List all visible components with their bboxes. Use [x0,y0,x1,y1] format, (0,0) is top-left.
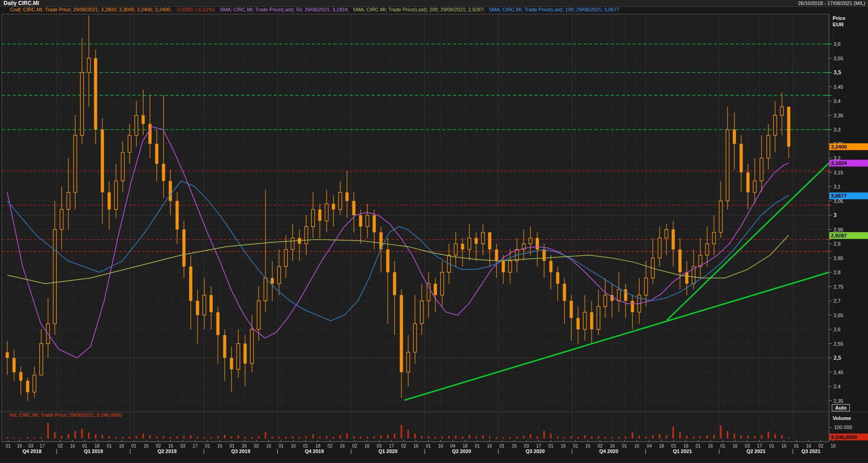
svg-text:2,35: 2,35 [834,398,843,404]
price-chart-canvas[interactable]: 2,352,42,452,52,552,62,652,72,752,82,852… [0,0,868,463]
svg-text:3,15: 3,15 [834,170,843,175]
svg-text:16: 16 [634,444,640,449]
svg-text:16: 16 [217,444,222,449]
svg-text:2,85: 2,85 [834,256,843,261]
svg-text:2,8: 2,8 [834,270,840,275]
price-legend-item-2[interactable]: SMA; CIRC.MI; Trade Price(Last); 50; 29/… [220,7,349,12]
svg-text:3,1: 3,1 [834,184,840,189]
svg-text:16: 16 [806,444,811,449]
svg-text:01: 01 [794,444,799,449]
quarter-label: Q1 2019 [84,449,103,454]
svg-text:18: 18 [94,444,100,449]
svg-text:01: 01 [229,444,235,449]
price-legend-item-4[interactable]: SMA; CIRC.MI; Trade Price(Last); 100; 29… [489,7,619,12]
quarter-label: Q3 2020 [526,449,545,454]
svg-text:16: 16 [340,444,345,449]
svg-text:17: 17 [193,444,198,449]
svg-text:16: 16 [144,444,149,449]
svg-text:16: 16 [830,444,836,449]
quarter-label: Q3 2021 [801,449,820,454]
svg-text:04: 04 [450,444,456,449]
svg-text:18: 18 [659,444,664,449]
svg-text:16: 16 [610,444,615,449]
chart-application-window: { "header": { "title": "Daily CIRC.MI", … [0,0,868,463]
quarter-label: Q2 2019 [158,449,177,454]
svg-text:02: 02 [58,444,63,449]
svg-text:16: 16 [266,444,271,449]
price-axis-header: Price EUR [833,15,845,28]
svg-text:01: 01 [303,444,309,449]
svg-text:01: 01 [769,444,775,449]
svg-text:01: 01 [720,444,726,449]
svg-text:16: 16 [241,444,247,449]
quarter-label: Q4 2019 [305,449,324,454]
svg-text:17: 17 [536,444,541,449]
svg-text:01: 01 [622,444,627,449]
quarter-label: Q1 2021 [673,449,692,454]
svg-text:01: 01 [475,444,480,449]
svg-text:16: 16 [70,444,75,449]
price-legend-item-1[interactable]: -0,0200; (-0,61%); [176,7,216,12]
time-axis[interactable]: 0116031702160118011801160216031701160116… [2,440,836,454]
svg-text:01: 01 [131,444,137,449]
svg-text:16: 16 [291,444,296,449]
svg-text:16: 16 [511,444,517,449]
svg-text:03: 03 [28,444,34,449]
svg-text:02: 02 [156,444,161,449]
svg-text:17: 17 [39,444,45,449]
svg-text:03: 03 [180,444,186,449]
price-legend-item-0[interactable]: Cndl; CIRC.MI; Trade Price; 29/06/2021; … [10,7,172,12]
date-range-label: 26/10/2018 - 17/08/2021 (MIL) [798,0,865,6]
svg-text:02: 02 [328,444,333,449]
svg-text:03: 03 [376,444,382,449]
chart-titlebar: Daily CIRC.MI 26/10/2018 - 17/08/2021 (M… [0,0,868,7]
price-legend[interactable]: Cndl; CIRC.MI; Trade Price; 29/06/2021; … [10,7,623,14]
svg-text:02: 02 [254,444,259,449]
plot-area[interactable] [2,14,829,442]
svg-text:3,2400: 3,2400 [831,144,847,150]
svg-text:16: 16 [585,444,591,449]
svg-text:16: 16 [364,444,370,449]
svg-text:01: 01 [82,444,87,449]
svg-text:3,4: 3,4 [834,98,840,104]
svg-text:2,55: 2,55 [834,341,843,347]
svg-text:3,3: 3,3 [834,127,840,132]
svg-text:16: 16 [17,444,22,449]
svg-text:01: 01 [695,444,701,449]
svg-text:17: 17 [389,444,394,449]
svg-text:17: 17 [757,444,762,449]
svg-text:01: 01 [499,444,505,449]
svg-text:03: 03 [524,444,529,449]
svg-text:16: 16 [438,444,444,449]
page-title: Daily CIRC.MI [4,0,39,6]
svg-text:01: 01 [205,444,210,449]
price-legend-item-3[interactable]: SMA; CIRC.MI; Trade Price(Last); 200; 29… [353,7,485,12]
svg-text:3,1824: 3,1824 [831,160,847,166]
svg-text:02: 02 [401,444,406,449]
svg-text:18: 18 [315,444,321,449]
svg-text:3,55: 3,55 [834,56,843,61]
svg-text:16: 16 [781,444,787,449]
svg-text:16: 16 [168,444,174,449]
svg-text:01: 01 [279,444,284,449]
auto-scale-button[interactable]: Auto [832,404,850,411]
svg-text:01: 01 [5,444,11,449]
svg-text:2,6: 2,6 [834,327,840,332]
svg-text:9.240,0000: 9.240,0000 [831,434,857,440]
svg-text:16: 16 [683,444,689,449]
quarter-label: Q2 2021 [747,449,766,454]
svg-text:01: 01 [548,444,554,449]
svg-text:3,35: 3,35 [834,113,843,118]
svg-text:18: 18 [119,444,124,449]
svg-text:16: 16 [560,444,566,449]
quarter-label: Q4 2020 [599,449,618,454]
svg-text:2,65: 2,65 [834,313,843,318]
svg-text:01: 01 [426,444,431,449]
volume-legend[interactable]: Vol; CIRC.MI; Trade Price; 29/06/2021; 9… [9,412,121,418]
volume-axis-tick-label: 100.000 [834,424,852,430]
svg-text:02: 02 [598,444,603,449]
svg-text:3,5: 3,5 [834,69,841,76]
svg-text:2,75: 2,75 [834,284,843,289]
svg-text:01: 01 [671,444,676,449]
svg-text:2,9287: 2,9287 [831,233,847,238]
